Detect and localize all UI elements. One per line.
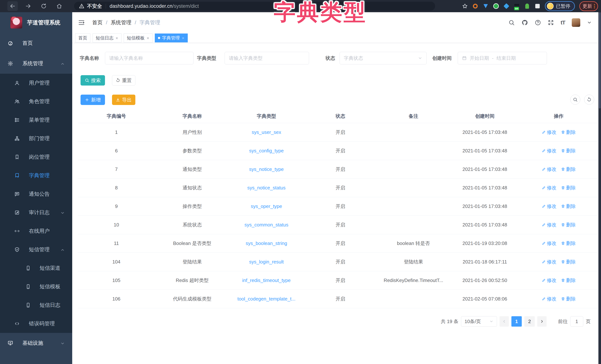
toggle-search-button[interactable] [570,95,580,105]
tab-首页[interactable]: 首页 [75,33,90,42]
sidebar-item-通知公告[interactable]: 通知公告 [0,185,72,203]
tab-close-icon[interactable] [146,35,150,40]
search-icon[interactable] [508,20,515,26]
browser-home-button[interactable] [54,1,64,11]
github-icon[interactable] [521,19,528,26]
delete-link[interactable]: 删除 [561,148,576,154]
sidebar-item-短信管理[interactable]: 短信管理 [0,240,72,259]
browser-reload-button[interactable] [39,1,49,11]
sidebar-item-菜单管理[interactable]: 菜单管理 [0,111,72,129]
export-button[interactable]: 导出 [112,95,135,105]
date-range-picker[interactable]: 开始日期 - 结束日期 [458,52,547,64]
tab-close-icon[interactable] [182,35,185,40]
page-scrollbar[interactable] [598,12,601,364]
extension-icon-gem[interactable] [503,3,509,9]
edit-link[interactable]: 修改 [542,148,557,154]
search-button[interactable]: 搜索 [80,75,105,86]
tab-短信模板[interactable]: 短信模板 [124,33,152,42]
prev-page-button[interactable] [500,316,509,327]
date-end-placeholder[interactable]: 结束日期 [497,55,516,61]
browser-menu-dots-icon[interactable] [594,4,595,8]
browser-forward-button[interactable] [23,1,33,11]
refresh-table-button[interactable] [584,95,594,105]
sidebar-item-部门管理[interactable]: 部门管理 [0,129,72,148]
sidebar-item-短信日志[interactable]: 短信日志 [0,296,72,314]
browser-update-button[interactable]: 更新 [579,1,598,11]
delete-link[interactable]: 删除 [561,166,576,172]
bookmark-star-icon[interactable] [462,3,468,9]
tab-短信日志[interactable]: 短信日志 [93,33,121,42]
user-avatar[interactable] [572,18,580,27]
tab-close-icon[interactable] [115,35,118,40]
extension-icon-grammar[interactable] [524,3,530,9]
edit-link[interactable]: 修改 [542,185,557,191]
delete-link[interactable]: 删除 [561,129,576,136]
page-size-select[interactable]: 10条/页 [461,316,497,327]
delete-link[interactable]: 删除 [561,277,576,284]
extension-icon-proxy[interactable] [493,3,499,9]
delete-link[interactable]: 删除 [561,185,576,191]
edit-link[interactable]: 修改 [542,203,557,210]
cell-dict-type-link[interactable]: sys_boolean_string [230,234,303,253]
breadcrumb-system[interactable]: 系统管理 [111,19,131,26]
cell-dict-type-link[interactable]: sys_login_result [230,253,303,271]
edit-link[interactable]: 修改 [542,277,557,284]
sidebar-item-错误码管理[interactable]: 错误码管理 [0,314,72,333]
font-size-icon[interactable]: tT [561,20,565,26]
browser-profile-chip[interactable]: 已暂停 [545,1,575,11]
goto-page-input[interactable] [570,316,583,327]
extension-icon-drop[interactable] [483,3,489,9]
delete-link[interactable]: 删除 [561,203,576,210]
date-start-placeholder[interactable]: 开始日期 [470,55,489,61]
reset-button[interactable]: 重置 [112,75,135,86]
security-label[interactable]: 不安全 [87,3,102,10]
extension-icon-target[interactable] [472,3,478,9]
sidebar-item-短信模板[interactable]: 短信模板 [0,277,72,296]
delete-link[interactable]: 删除 [561,259,576,265]
sidebar-item-在线用户[interactable]: 在线用户 [0,222,72,240]
scrollbar-thumb[interactable] [599,12,601,109]
app-logo-row[interactable]: 芋道管理系统 [0,12,72,33]
cell-dict-type-link[interactable]: sys_notice_status [230,179,303,197]
sidebar-item-字典管理[interactable]: 字典管理 [0,166,72,185]
edit-link[interactable]: 修改 [542,259,557,265]
status-select[interactable]: 字典状态 [340,52,427,64]
cell-dict-type-link[interactable]: sys_notice_type [230,160,303,179]
cell-dict-type-link[interactable]: sys_config_type [230,142,303,160]
edit-link[interactable]: 修改 [542,129,557,136]
help-icon[interactable] [535,20,541,26]
sidebar-item-岗位管理[interactable]: 岗位管理 [0,148,72,166]
delete-link[interactable]: 删除 [561,222,576,228]
dict-type-input[interactable] [225,52,309,64]
dict-name-input[interactable] [105,52,193,64]
breadcrumb-home[interactable]: 首页 [92,19,103,26]
page-button-1[interactable]: 1 [511,316,522,327]
delete-link[interactable]: 删除 [561,240,576,247]
sidebar-item-基础设施[interactable]: 基础设施 [0,333,72,353]
sidebar-item-角色管理[interactable]: 角色管理 [0,92,72,111]
sidebar-item-用户管理[interactable]: 用户管理 [0,74,72,92]
edit-link[interactable]: 修改 [542,222,557,228]
tab-字典管理[interactable]: 字典管理 [155,33,188,42]
sidebar-collapse-button[interactable] [78,19,85,26]
caret-down-icon[interactable] [587,20,592,25]
page-button-2[interactable]: 2 [524,316,535,327]
edit-link[interactable]: 修改 [542,296,557,302]
cell-dict-type-link[interactable]: sys_common_status [230,216,303,234]
extension-icon-switch[interactable]: on [514,3,520,9]
cell-dict-type-link[interactable]: sys_oper_type [230,197,303,216]
sidebar-item-审计日志[interactable]: 审计日志 [0,203,72,222]
cell-dict-type-link[interactable]: sys_user_sex [230,123,303,142]
next-page-button[interactable] [537,316,547,327]
fullscreen-icon[interactable] [548,20,554,26]
cell-dict-type-link[interactable]: inf_redis_timeout_type [230,271,303,290]
sidebar-item-系统管理[interactable]: 系统管理 [0,53,72,74]
edit-link[interactable]: 修改 [542,240,557,247]
cell-dict-type-link[interactable]: tool_codegen_template_t... [230,290,303,308]
delete-link[interactable]: 删除 [561,296,576,302]
extensions-puzzle-icon[interactable] [534,3,541,9]
sidebar-item-首页[interactable]: 首页 [0,33,72,53]
add-button[interactable]: 新增 [80,95,105,105]
sidebar-item-短信渠道[interactable]: 短信渠道 [0,259,72,277]
browser-back-button[interactable] [7,1,18,11]
